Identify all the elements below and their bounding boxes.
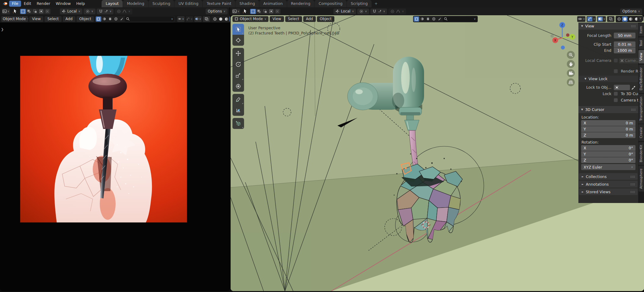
render-region-checkbox[interactable] [614,69,618,73]
gizmo-z-label[interactable]: Z [561,23,563,27]
lock-to-object-field[interactable] [614,85,630,90]
pivot-point-dropdown[interactable]: ∨ [84,9,95,14]
sidebar-tab-create[interactable]: Create [639,124,644,141]
menu-view[interactable]: View [270,16,284,22]
object-visibility-dropdown[interactable]: ∨ [577,16,586,22]
blenderkit-scenes-icon[interactable] [425,16,431,22]
transform-orientation-dropdown[interactable]: Local ∨ [333,9,356,14]
panel-collections-header[interactable]: ► Collections [579,173,638,180]
eyedropper-icon[interactable] [631,85,635,90]
blenderkit-materials-icon[interactable] [102,16,107,22]
tab-uv-editing[interactable]: UV Editing [174,0,202,7]
add-workspace-button[interactable]: + [372,0,380,7]
zoom-view-button[interactable] [567,51,575,59]
cursor-location-y[interactable]: Y0 m [581,126,635,132]
cursor-rotation-x[interactable]: X0° [581,145,635,151]
options-dropdown-left[interactable]: Options ∨ [206,9,228,14]
select-mode-intersect[interactable] [45,9,50,14]
tool-transform[interactable] [232,81,244,92]
camera-to-view-checkbox[interactable] [614,98,618,102]
sidebar-tab-transportation[interactable]: Transportation [639,94,644,123]
left-3d-viewport-rendered[interactable]: Object Mode ∨ View Select Add Object ∨ ∨ [0,15,230,291]
select-mode-invert[interactable] [38,9,44,14]
active-tool-tweak-icon[interactable] [241,9,249,14]
show-overlays-dropdown[interactable]: ∨ [597,16,606,22]
panel-drag-grip[interactable] [630,183,635,185]
local-camera-field[interactable]: Came... ✕ [619,58,638,63]
menu-window[interactable]: Window [53,1,74,7]
toggle-xray-button[interactable] [203,16,210,22]
snap-toggle-dropdown[interactable]: ∨ [97,9,114,14]
tool-rotate[interactable] [232,59,244,70]
tab-scripting[interactable]: Scripting [347,0,372,7]
panel-stored-views-header[interactable]: ► Stored Views [579,188,638,195]
select-mode-intersect[interactable] [275,9,280,14]
focal-length-field[interactable]: 50 mm [614,33,635,38]
panel-annotations-header[interactable]: ► Annotations [579,181,638,187]
tab-layout[interactable]: Layout [102,0,123,7]
shading-material-button[interactable] [224,16,229,22]
blenderkit-scenes-icon[interactable] [107,16,113,22]
show-overlays-dropdown[interactable]: ∨ [194,16,202,22]
proportional-editing-dropdown[interactable]: ∨ [115,9,132,14]
camera-view-button[interactable] [567,69,575,77]
mode-dropdown[interactable]: Object Mode ∨ [1,16,28,22]
menu-object[interactable]: Object [77,16,94,22]
sidebar-tab-daztoblender[interactable]: DazToBlender [639,65,644,93]
tab-rendering[interactable]: Rendering [287,0,315,7]
tool-add-cube[interactable] [232,118,244,129]
select-mode-subtract[interactable] [32,9,38,14]
cursor-location-x[interactable]: X0 m [581,120,635,126]
panel-drag-grip[interactable] [630,176,635,178]
lock-to-3d-cursor-checkbox[interactable] [614,92,618,96]
sidebar-tab-view[interactable]: View [639,50,644,63]
main-3d-viewport[interactable]: Z X Y User Perspective (2) Fractured Tee… [231,15,644,291]
tab-modeling[interactable]: Modeling [123,0,148,7]
select-mode-invert[interactable] [268,9,274,14]
tool-annotate[interactable] [232,94,244,105]
menu-object[interactable]: Object [317,16,334,22]
tool-select-box[interactable] [232,24,244,35]
blenderkit-brushes-icon[interactable] [119,16,124,22]
tool-cursor[interactable] [232,35,244,46]
panel-drag-grip[interactable] [630,191,635,193]
active-tool-tweak-icon[interactable] [11,9,19,14]
snap-toggle-dropdown[interactable]: ∨ [370,9,387,14]
select-mode-extend[interactable] [256,9,262,14]
select-mode-subtract[interactable] [262,9,268,14]
panel-drag-grip[interactable] [631,109,635,111]
pivot-point-dropdown[interactable]: ∨ [357,9,369,14]
menu-edit[interactable]: Edit [21,1,34,7]
blenderkit-models-icon[interactable] [414,16,419,22]
perspective-toggle-button[interactable] [567,78,575,86]
tab-shading[interactable]: Shading [236,0,259,7]
blenderkit-brushes-icon[interactable] [437,16,442,22]
blenderkit-materials-icon[interactable] [419,16,425,22]
shading-material-button[interactable] [628,16,633,22]
sidebar-tab-item[interactable]: Item [639,23,644,36]
tab-compositing[interactable]: Compositing [315,0,346,7]
blenderkit-hdr-icon[interactable] [113,16,119,22]
blenderkit-search-input[interactable]: ∨ [443,16,477,22]
menu-file[interactable]: File [9,1,21,7]
tab-texture-paint[interactable]: Texture Paint [203,0,235,7]
menu-select[interactable]: Select [45,16,61,22]
cursor-location-z[interactable]: Z0 m [581,132,635,138]
blenderkit-models-icon[interactable] [96,16,101,22]
object-visibility-dropdown[interactable]: ∨ [177,16,185,22]
menu-help[interactable]: Help [74,1,88,7]
sidebar-tab-atmosphere[interactable]: Atmosphere [639,166,644,192]
panel-3d-cursor-header[interactable]: ▼ 3D Cursor [578,106,638,113]
tool-move[interactable] [232,48,244,59]
collapse-panel-button[interactable]: ∨ [637,16,643,21]
clip-end-field[interactable]: 1000 m [614,48,635,53]
proportional-editing-dropdown[interactable]: ∨ [388,9,406,14]
editor-type-selector[interactable]: ∨ [2,9,10,14]
local-camera-checkbox[interactable] [614,59,618,62]
show-gizmo-dropdown[interactable]: ∨ [186,16,193,22]
transform-orientation-dropdown[interactable]: Local ∨ [60,9,83,14]
blender-logo-icon[interactable] [2,1,8,6]
options-dropdown-center[interactable]: Options ∨ [620,9,642,14]
sidebar-tab-tool[interactable]: Tool [639,37,644,49]
select-mode-new[interactable] [250,9,256,14]
